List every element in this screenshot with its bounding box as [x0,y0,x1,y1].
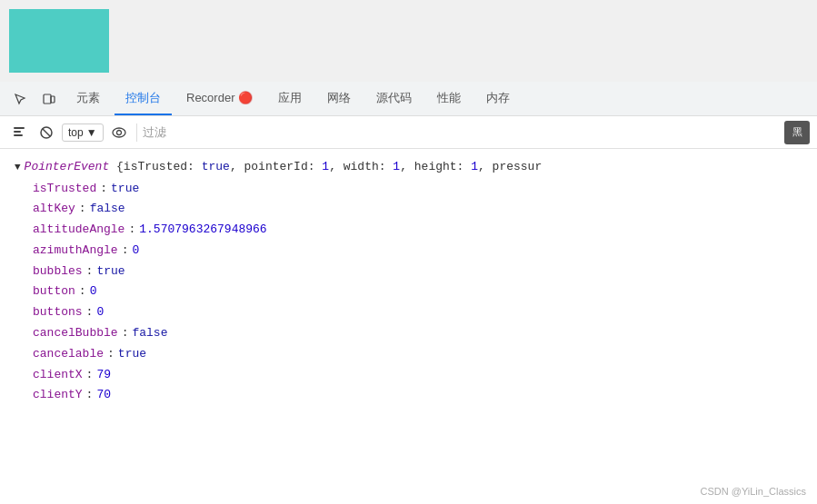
console-toolbar: top ▼ 过滤 黑 [0,116,817,149]
eye-icon[interactable] [107,121,131,144]
svg-rect-2 [14,127,25,129]
svg-point-7 [113,128,125,137]
cursor-icon[interactable] [7,86,33,112]
tab-network[interactable]: 网络 [316,82,362,115]
prop-cancelBubble: cancelBubble:false [0,323,817,344]
event-log-line[interactable]: ▼ PointerEvent {isTrusted: true, pointer… [0,156,817,179]
clear-console-button[interactable] [7,121,31,144]
prop-clientY: clientY:70 [0,385,817,406]
chevron-down-icon: ▼ [86,126,97,139]
tab-console[interactable]: 控制台 [115,82,172,115]
svg-rect-4 [14,134,23,136]
prop-azimuthAngle: azimuthAngle:0 [0,241,817,262]
tab-elements[interactable]: 元素 [65,82,111,115]
device-icon[interactable] [36,86,62,112]
event-name: PointerEvent [25,160,110,173]
tab-application[interactable]: 应用 [267,82,313,115]
attribution-text: CSDN @YiLin_Classics [700,486,806,497]
prop-altKey: altKey:false [0,199,817,220]
stop-button[interactable] [35,121,58,144]
prop-bubbles: bubbles:true [0,262,817,282]
filter-placeholder: 过滤 [143,124,166,141]
prop-altitudeAngle: altitudeAngle:1.5707963267948966 [0,220,817,241]
dark-mode-button[interactable]: 黑 [784,121,810,144]
prop-cancelable: cancelable:true [0,344,817,365]
teal-preview-box [9,9,109,73]
prop-isTrusted: isTrusted:true [0,179,817,200]
prop-clientX: clientX:79 [0,365,817,386]
preview-area [0,0,817,82]
svg-rect-0 [44,94,51,104]
svg-line-6 [43,129,50,136]
tab-memory[interactable]: 内存 [475,82,521,115]
svg-rect-1 [51,96,55,103]
prop-buttons: buttons:0 [0,302,817,323]
expand-triangle-icon[interactable]: ▼ [15,160,21,175]
svg-point-8 [116,130,121,134]
toolbar-divider [136,124,137,142]
devtools-tab-bar: 元素 控制台 Recorder 🔴 应用 网络 源代码 性能 内存 [0,82,817,116]
prop-button: button:0 [0,282,817,302]
console-content: ▼ PointerEvent {isTrusted: true, pointer… [0,149,817,504]
tab-performance[interactable]: 性能 [426,82,472,115]
context-selector[interactable]: top ▼ [62,124,104,142]
svg-rect-3 [14,131,21,133]
tab-sources[interactable]: 源代码 [365,82,423,115]
tab-recorder[interactable]: Recorder 🔴 [175,82,264,115]
